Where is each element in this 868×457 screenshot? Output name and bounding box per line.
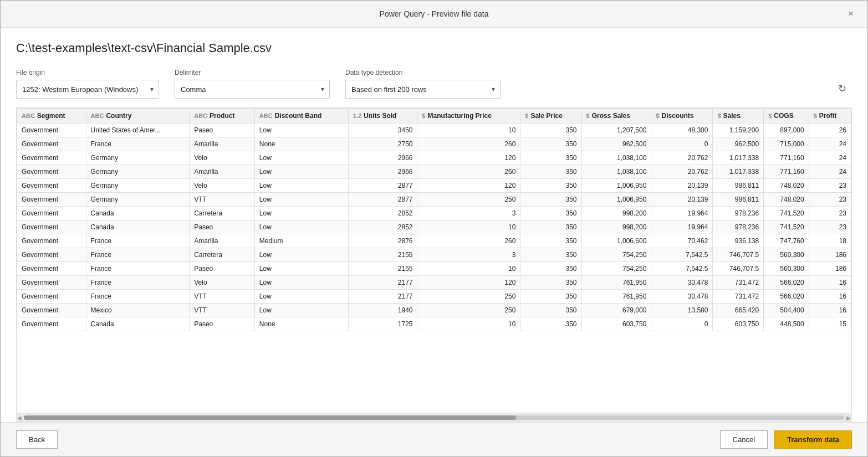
col-type-icon: $ [525,112,528,119]
file-origin-select[interactable]: 1252: Western European (Windows) [16,80,159,99]
data-type-label: Data type detection [345,69,501,76]
table-row: GovernmentCanadaPaseoLow285210350998,200… [17,220,851,234]
file-origin-label: File origin [16,69,159,76]
table-cell: 731,472 [713,276,764,290]
table-cell: 748,020 [764,193,809,207]
col-header-manufacturing-price: $Manufacturing Price [417,109,520,124]
table-cell: 1,017,338 [713,151,764,165]
dialog-title: Power Query - Preview file data [25,9,843,18]
table-cell: 30,478 [651,290,713,304]
footer-left: Back [16,430,58,449]
table-cell: 679,000 [581,304,651,317]
close-button[interactable]: × [843,6,859,22]
refresh-button[interactable]: ↻ [832,79,852,99]
data-type-group: Data type detection Based on first 200 r… [345,69,501,99]
table-cell: Low [254,193,348,207]
table-cell: 1940 [348,304,417,317]
data-table-container[interactable]: ABCSegmentABCCountryABCProductABCDiscoun… [16,107,852,413]
table-cell: 26 [809,124,851,137]
table-cell: 0 [651,137,713,151]
table-cell: Germany [86,179,190,193]
table-cell: Germany [86,193,190,207]
data-type-select[interactable]: Based on first 200 rows [345,80,501,99]
table-cell: 16 [809,290,851,304]
delimiter-select[interactable]: Comma [175,80,330,99]
table-cell: 761,950 [581,276,651,290]
table-cell: Government [17,262,86,276]
delimiter-select-wrapper: Comma ▾ [175,80,330,99]
table-row: GovernmentFrancePaseoLow215510350754,250… [17,262,851,276]
table-cell: Government [17,193,86,207]
table-cell: 23 [809,193,851,207]
col-header-segment: ABCSegment [17,109,86,124]
col-type-icon: ABC [22,112,35,119]
table-cell: 1725 [348,317,417,331]
table-cell: Velo [190,179,255,193]
table-row: GovernmentGermanyVTTLow28772503501,006,9… [17,193,851,207]
col-header-discount-band: ABCDiscount Band [254,109,348,124]
table-cell: 350 [520,151,581,165]
table-cell: 10 [417,124,520,137]
table-cell: 754,250 [581,262,651,276]
table-cell: 250 [417,193,520,207]
horizontal-scrollbar[interactable]: ◀ ▶ [16,413,852,422]
table-cell: 20,139 [651,193,713,207]
table-row: GovernmentFranceAmarillaMedium2876260350… [17,234,851,248]
table-cell: 350 [520,248,581,262]
table-cell: 120 [417,179,520,193]
table-cell: 350 [520,262,581,276]
table-cell: 3 [417,207,520,220]
table-cell: None [254,137,348,151]
table-cell: 771,160 [764,151,809,165]
table-cell: 1,038,100 [581,151,651,165]
table-cell: Canada [86,317,190,331]
table-cell: 186 [809,248,851,262]
table-cell: 746,707.5 [713,248,764,262]
col-type-icon: ABC [91,112,104,119]
table-header-row: ABCSegmentABCCountryABCProductABCDiscoun… [17,109,851,124]
table-cell: 120 [417,151,520,165]
table-cell: 186 [809,262,851,276]
table-row: GovernmentGermanyVeloLow29661203501,038,… [17,151,851,165]
footer: Back Cancel Transform data [1,422,867,456]
scrollbar-track [24,415,844,420]
table-cell: Amarilla [190,234,255,248]
table-cell: 754,250 [581,248,651,262]
table-cell: 18 [809,234,851,248]
table-cell: 978,236 [713,207,764,220]
col-header-sale-price: $Sale Price [520,109,581,124]
col-type-icon: ABC [259,112,273,119]
table-row: GovernmentGermanyVeloLow28771203501,006,… [17,179,851,193]
table-row: GovernmentCanadaPaseoNone172510350603,75… [17,317,851,331]
table-cell: 30,478 [651,276,713,290]
title-bar: Power Query - Preview file data × [1,1,867,28]
table-cell: 350 [520,193,581,207]
table-cell: 24 [809,165,851,179]
table-cell: Paseo [190,124,255,137]
col-header-gross-sales: $Gross Sales [581,109,651,124]
back-button[interactable]: Back [16,430,58,449]
table-cell: Government [17,165,86,179]
col-header-country: ABCCountry [86,109,190,124]
table-row: GovernmentUnited States of Amer...PaseoL… [17,124,851,137]
table-cell: Mexico [86,304,190,317]
table-cell: 2877 [348,193,417,207]
table-cell: Paseo [190,262,255,276]
table-cell: 260 [417,137,520,151]
table-cell: 7,542.5 [651,248,713,262]
table-cell: 1,006,950 [581,193,651,207]
table-cell: 2877 [348,179,417,193]
col-header-discounts: $Discounts [651,109,713,124]
transform-data-button[interactable]: Transform data [774,430,852,449]
col-type-icon: 1.2 [353,112,361,119]
file-path: C:\test-examples\text-csv\Financial Samp… [16,41,852,55]
table-cell: Government [17,124,86,137]
table-cell: France [86,262,190,276]
table-cell: 350 [520,179,581,193]
table-cell: Government [17,304,86,317]
table-cell: 350 [520,207,581,220]
col-header-product: ABCProduct [190,109,255,124]
table-cell: Amarilla [190,137,255,151]
cancel-button[interactable]: Cancel [720,430,768,449]
table-cell: 731,472 [713,290,764,304]
